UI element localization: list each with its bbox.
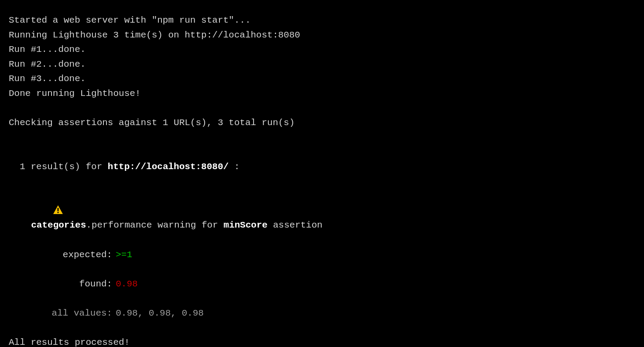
results-suffix: : xyxy=(229,162,240,172)
log-line-started: Started a web server with "npm run start… xyxy=(9,13,635,28)
log-line-results-for: 1 result(s) for http://localhost:8080/ : xyxy=(9,145,635,174)
assert-categories: categories xyxy=(31,220,86,230)
assertion-expected-row: expected:>=1 xyxy=(9,233,635,262)
allvalues-value: 0.98, 0.98, 0.98 xyxy=(116,308,204,318)
log-line-done-lighthouse: Done running Lighthouse! xyxy=(9,86,635,101)
assertion-allvalues-row: all values:0.98, 0.98, 0.98 xyxy=(9,291,635,320)
blank-line xyxy=(9,174,635,189)
assertion-warning-line: categories.performance warning for minSc… xyxy=(9,189,635,233)
assert-minscore: minScore xyxy=(223,220,267,230)
log-line-run3: Run #3...done. xyxy=(9,71,635,86)
expected-value: >=1 xyxy=(116,250,132,260)
assert-after-categories: .performance warning for xyxy=(86,220,223,230)
blank-line xyxy=(9,130,635,145)
log-line-checking-assertions: Checking assertions against 1 URL(s), 3 … xyxy=(9,116,635,130)
svg-rect-1 xyxy=(57,212,58,213)
expected-label: expected: xyxy=(51,248,112,262)
warning-icon xyxy=(31,205,62,214)
found-value: 0.98 xyxy=(116,279,137,289)
results-prefix: 1 result(s) for xyxy=(20,162,108,172)
log-line-running: Running Lighthouse 3 time(s) on http://l… xyxy=(9,28,635,43)
blank-line xyxy=(9,101,635,116)
allvalues-label: all values: xyxy=(51,306,112,321)
results-url: http://localhost:8080/ xyxy=(108,162,229,172)
found-label: found: xyxy=(51,277,112,292)
log-line-run2: Run #2...done. xyxy=(9,57,635,72)
log-line-processed: All results processed! xyxy=(9,335,635,347)
assertion-found-row: found:0.98 xyxy=(9,262,635,291)
assert-after-minscore: assertion xyxy=(267,220,322,230)
log-line-run1: Run #1...done. xyxy=(9,42,635,57)
svg-rect-0 xyxy=(57,208,58,211)
blank-line xyxy=(9,320,635,335)
